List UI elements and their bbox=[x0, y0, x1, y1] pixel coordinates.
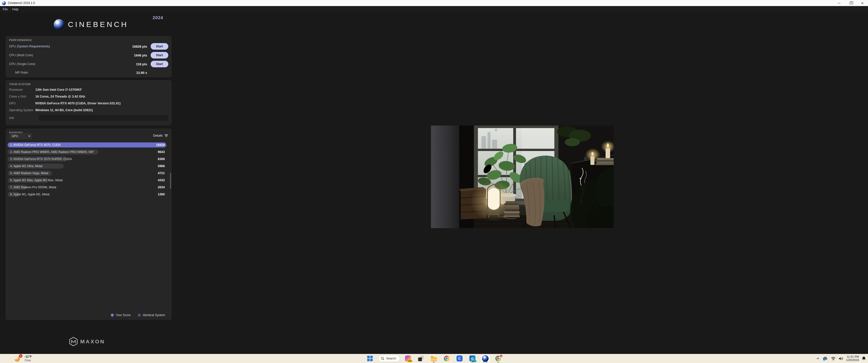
ranking-filter-value: GPU bbox=[11, 134, 28, 138]
weather-temperature: -11°F bbox=[25, 355, 32, 359]
minimize-button[interactable] bbox=[833, 0, 845, 6]
maxon-hexagon-icon bbox=[69, 337, 78, 346]
notification-count-badge: 1 bbox=[19, 354, 23, 358]
cinebench-taskbar-button[interactable] bbox=[480, 355, 490, 363]
gpu-start-button[interactable]: Start bbox=[151, 43, 168, 50]
chevron-down-icon bbox=[28, 136, 30, 137]
ranking-scrollbar[interactable] bbox=[170, 173, 171, 189]
ranking-entry-name: 1. NVIDIA GeForce RTX 4070, CUDA bbox=[10, 142, 61, 147]
mp-ratio-value: 13.90 x bbox=[114, 71, 147, 75]
profile-badge: J bbox=[499, 354, 503, 358]
outlook-button[interactable]: O NEW bbox=[468, 355, 477, 363]
gpu-value: NVIDIA GeForce RTX 4070 (CUDA, Driver Ve… bbox=[35, 102, 121, 105]
legend-label: Your Score bbox=[116, 314, 131, 317]
restore-icon bbox=[849, 2, 852, 4]
copilot-icon: PRE bbox=[405, 356, 411, 362]
menu-file[interactable]: File bbox=[3, 7, 7, 11]
cinebench-sphere-icon bbox=[54, 19, 64, 30]
legend-label: Identical System bbox=[143, 314, 165, 317]
ranking-entry-score: 5968 bbox=[158, 164, 165, 169]
cpu-single-label: CPU (Single Core) bbox=[9, 62, 114, 66]
titlebar: Cinebench 2024.1.0 bbox=[0, 0, 868, 6]
start-button[interactable] bbox=[365, 355, 375, 363]
cpu-multi-score-value: 1646 pts bbox=[114, 54, 147, 57]
os-row: Operating System Windows 11, 64 Bit, Cor… bbox=[9, 107, 168, 113]
ranking-entry-name: 6. Apple M1 Max, Apple M1 Max, Metal bbox=[10, 178, 63, 183]
ranking-row-3[interactable]: 3. NVIDIA GeForce RTX 2070 SUPER, CUDA63… bbox=[7, 157, 166, 162]
info-label: Info bbox=[9, 116, 35, 120]
search-box[interactable]: Search bbox=[378, 355, 400, 362]
new-badge: NEW bbox=[472, 360, 476, 362]
preview-badge: PRE bbox=[407, 360, 412, 362]
copilot-button[interactable]: PRE bbox=[403, 355, 413, 363]
chrome-profile-button[interactable]: J bbox=[493, 355, 503, 363]
cpu-single-start-button[interactable]: Start bbox=[151, 61, 168, 67]
window-controls bbox=[833, 0, 868, 6]
ranking-filter-dropdown[interactable]: GPU bbox=[9, 133, 32, 139]
cinebench-icon bbox=[482, 355, 489, 362]
chrome-icon bbox=[443, 356, 450, 362]
gpu-label-text: GPU bbox=[9, 45, 17, 48]
ranking-row-5[interactable]: 5. AMD Radeon Vega, Metal4721 bbox=[7, 171, 166, 176]
ranking-entry-name: 4. Apple M1 Ultra, Metal bbox=[10, 164, 42, 169]
render-scene bbox=[431, 126, 614, 228]
ranking-row-8[interactable]: 8. Apple M1, Apple M1, Metal1260 bbox=[7, 192, 166, 197]
volume-icon[interactable] bbox=[838, 357, 843, 361]
onedrive-cloud-icon[interactable]: i bbox=[822, 357, 828, 361]
menu-help[interactable]: Help bbox=[12, 7, 19, 11]
system-requirements-link[interactable]: (System Requirements) bbox=[17, 45, 50, 48]
file-explorer-button[interactable] bbox=[429, 355, 438, 363]
ranking-entry-score: 1260 bbox=[158, 192, 165, 197]
cpu-single-benchmark-row: CPU (Single Core) 118 pts Start bbox=[9, 60, 168, 68]
brand-name: CINEBENCH bbox=[68, 20, 128, 29]
ranking-entry-name: 8. Apple M1, Apple M1, Metal bbox=[10, 192, 50, 197]
tray-time: 11:31 PM bbox=[846, 355, 859, 359]
filter-icon bbox=[164, 134, 168, 137]
c-app-button[interactable]: C bbox=[455, 355, 464, 363]
ranking-row-4[interactable]: 4. Apple M1 Ultra, Metal5968 bbox=[7, 164, 166, 169]
mp-ratio-label: MP Ratio bbox=[9, 71, 114, 74]
outlook-icon: O NEW bbox=[469, 356, 475, 362]
processor-value: 13th Gen Intel Core i7-13700KF bbox=[35, 88, 82, 92]
task-view-button[interactable] bbox=[416, 355, 426, 363]
info-row: Info bbox=[9, 115, 168, 121]
ranking-entry-score: 4332 bbox=[158, 178, 165, 183]
identical-system-dot-icon bbox=[138, 314, 141, 317]
render-preview-image bbox=[431, 126, 614, 228]
your-system-panel: YOUR SYSTEM Processor 13th Gen Intel Cor… bbox=[5, 80, 172, 125]
ranking-row-7[interactable]: 7. AMD Radeon Pro 5500M, Metal2034 bbox=[7, 185, 166, 190]
ranking-entry-name: 5. AMD Radeon Vega, Metal bbox=[10, 171, 48, 176]
ranking-row-1[interactable]: 1. NVIDIA GeForce RTX 4070, CUDA16828 bbox=[7, 142, 166, 147]
search-label: Search bbox=[386, 357, 396, 360]
ranking-entry-score: 6306 bbox=[158, 157, 165, 162]
ranking-entry-score: 16828 bbox=[156, 142, 165, 147]
gpu-benchmark-row: GPU (System Requirements) 16828 pts Star… bbox=[9, 43, 168, 50]
details-button[interactable]: Details bbox=[153, 134, 168, 137]
restore-button[interactable] bbox=[845, 0, 857, 6]
brand-year: 2024 bbox=[153, 15, 163, 21]
ranking-row-6[interactable]: 6. Apple M1 Max, Apple M1 Max, Metal4332 bbox=[7, 178, 166, 183]
wifi-icon[interactable] bbox=[831, 357, 836, 361]
close-button[interactable] bbox=[857, 0, 868, 6]
cpu-multi-start-button[interactable]: Start bbox=[151, 52, 168, 59]
cpu-single-score-value: 118 pts bbox=[114, 62, 147, 66]
legend-identical-system: Identical System bbox=[138, 314, 165, 317]
gpu-row: GPU NVIDIA GeForce RTX 4070 (CUDA, Drive… bbox=[9, 100, 168, 106]
info-input[interactable] bbox=[39, 115, 168, 121]
chrome-button[interactable] bbox=[442, 355, 452, 363]
ranking-entry-score: 9643 bbox=[158, 150, 165, 155]
gpu-benchmark-label: GPU (System Requirements) bbox=[9, 45, 114, 48]
clock[interactable]: 11:31 PM 1/20/2024 bbox=[846, 355, 859, 362]
os-label: Operating System bbox=[9, 108, 35, 112]
taskbar: 1 -11°F Clear Search PRE bbox=[0, 354, 868, 363]
notification-bell-icon[interactable] bbox=[862, 356, 866, 361]
gpu-score-value: 16828 pts bbox=[114, 45, 147, 48]
brand-logo: CINEBENCH bbox=[54, 19, 128, 30]
cores-value: 16 Cores, 24 Threads @ 3.42 GHz bbox=[35, 95, 85, 98]
performance-header: PERFORMANCE bbox=[9, 39, 32, 42]
ranking-row-2[interactable]: 2. AMD Radeon PRO W6800, AMD Radeon PRO … bbox=[7, 150, 166, 155]
weather-widget[interactable]: 1 -11°F Clear bbox=[14, 354, 32, 363]
cpu-multi-label: CPU (Multi Core) bbox=[9, 54, 114, 57]
hidden-icons-chevron-icon[interactable] bbox=[816, 357, 819, 360]
ranking-entry-name: 7. AMD Radeon Pro 5500M, Metal bbox=[10, 185, 56, 190]
